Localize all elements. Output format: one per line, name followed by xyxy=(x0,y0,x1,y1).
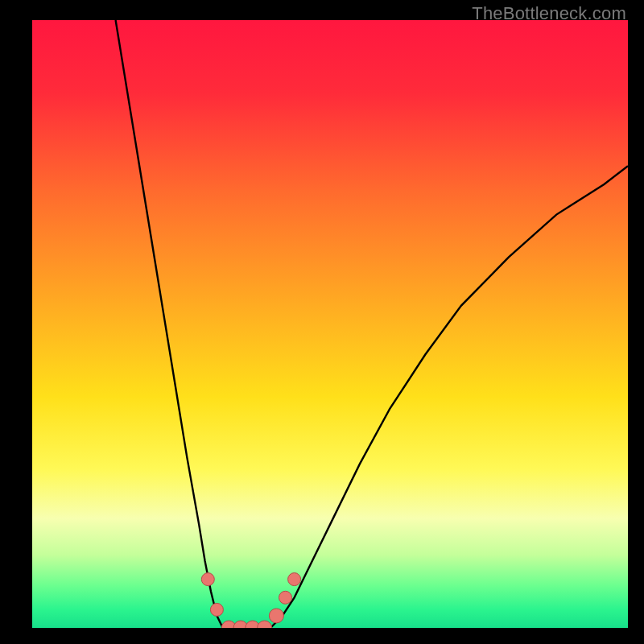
plot-area xyxy=(32,20,628,628)
data-point xyxy=(201,573,214,586)
data-point xyxy=(269,609,283,623)
chart-frame: TheBottleneck.com xyxy=(0,0,644,644)
chart-svg xyxy=(32,20,628,628)
data-point xyxy=(279,591,292,604)
data-point xyxy=(210,603,223,616)
watermark-text: TheBottleneck.com xyxy=(472,3,626,24)
gradient-background xyxy=(32,20,628,628)
data-point xyxy=(288,573,301,586)
